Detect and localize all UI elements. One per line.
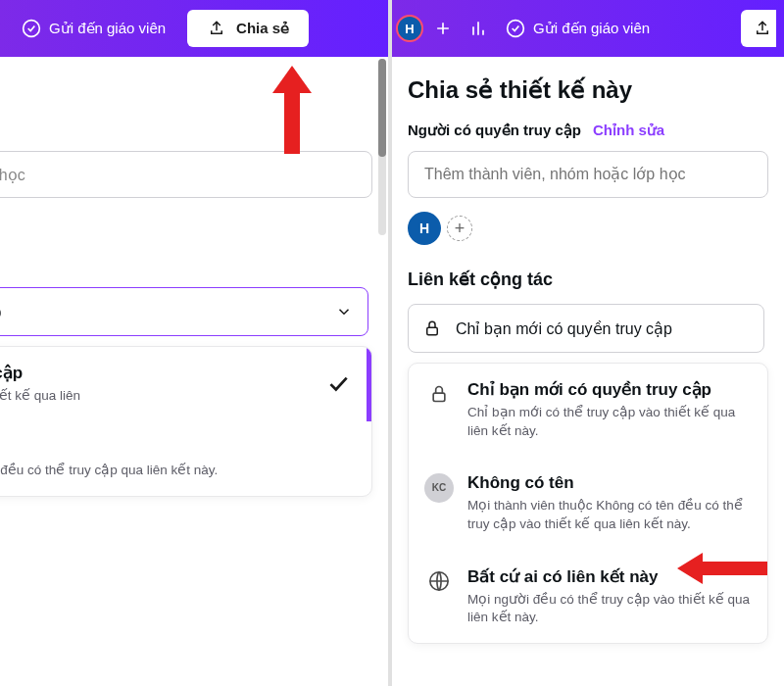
- panel-title: t kế này: [0, 76, 372, 104]
- collab-link-heading: c: [0, 253, 372, 273]
- option-desc: Mọi thành viên thuộc Không có tên đều có…: [467, 497, 752, 534]
- link-permission-dropdown: Chỉ bạn mới có quyền truy cập Chỉ bạn mớ…: [408, 363, 768, 644]
- team-badge-icon: KC: [424, 473, 454, 503]
- app-header-left: Gửi đến giáo viên Chia sẻ: [0, 0, 388, 57]
- permission-option-anyone-link[interactable]: Bất cứ ai có liên kết này Mọi người đều …: [409, 550, 767, 644]
- share-button-cut[interactable]: [741, 10, 776, 47]
- chevron-down-icon: [334, 302, 354, 321]
- share-button[interactable]: Chia sẻ: [187, 10, 309, 47]
- access-permission-link[interactable]: Chỉnh sửa: [593, 122, 664, 139]
- link-permission-select[interactable]: Chỉ bạn mới có quyền truy cập: [408, 304, 764, 353]
- annotation-arrow-up: [272, 66, 312, 154]
- option-desc: Mọi người đều có thể truy cập vào thiết …: [467, 591, 752, 628]
- link-permission-dropdown: ới có quyền truy cập i có thể truy cập v…: [0, 346, 372, 497]
- user-avatar[interactable]: H: [396, 15, 423, 42]
- check-icon: [325, 370, 351, 400]
- panel-title: Chia sẻ thiết kế này: [408, 76, 768, 104]
- lock-icon: [422, 318, 442, 338]
- lock-icon: [424, 379, 454, 409]
- option-title: Không có tên: [467, 473, 752, 493]
- permission-option-only-you[interactable]: Chỉ bạn mới có quyền truy cập Chỉ bạn mớ…: [409, 364, 767, 457]
- svg-rect-3: [433, 393, 445, 401]
- member-avatar[interactable]: H: [408, 212, 441, 245]
- select-label: Chỉ bạn mới có quyền truy cập: [456, 319, 672, 338]
- option-title: Chỉ bạn mới có quyền truy cập: [467, 379, 752, 400]
- svg-rect-2: [427, 327, 438, 335]
- share-upload-icon: [753, 19, 772, 38]
- check-circle-icon: [22, 19, 41, 38]
- member-avatars: H +: [408, 212, 768, 245]
- add-user-button[interactable]: [431, 17, 455, 40]
- option-desc: Chỉ bạn mới có thể truy cập vào thiết kế…: [467, 404, 752, 441]
- permission-option-no-name[interactable]: tên iên thuộc Không có tên đều có thể tr…: [0, 421, 371, 496]
- send-teacher-button[interactable]: Gửi đến giáo viên: [8, 11, 179, 46]
- svg-point-0: [24, 21, 40, 37]
- add-people-input[interactable]: [408, 151, 768, 198]
- svg-point-1: [508, 21, 524, 37]
- access-label: Người có quyền truy cập: [408, 122, 581, 139]
- collab-link-heading: Liên kết cộng tác: [408, 269, 768, 290]
- analytics-icon[interactable]: [468, 19, 488, 38]
- access-row: n truy cập Chỉnh sửa: [0, 122, 372, 139]
- select-label: ới có quyền truy cập: [0, 303, 2, 321]
- annotation-arrow-left: [677, 553, 768, 584]
- option-title: ới có quyền truy cập: [0, 363, 351, 383]
- send-teacher-label: Gửi đến giáo viên: [49, 20, 166, 37]
- share-upload-icon: [207, 19, 226, 38]
- option-desc: iên thuộc Không có tên đều có thể truy c…: [0, 462, 356, 480]
- add-people-input[interactable]: [0, 151, 372, 198]
- permission-option-no-name[interactable]: KC Không có tên Mọi thành viên thuộc Khô…: [409, 457, 767, 550]
- share-label: Chia sẻ: [236, 20, 289, 37]
- permission-option-only-you[interactable]: ới có quyền truy cập i có thể truy cập v…: [0, 347, 371, 421]
- globe-icon: [424, 566, 454, 596]
- send-teacher-button[interactable]: Gửi đến giáo viên: [496, 11, 660, 46]
- send-teacher-label: Gửi đến giáo viên: [533, 20, 650, 37]
- add-member-button[interactable]: +: [447, 216, 472, 241]
- option-desc: i có thể truy cập vào thiết kế qua liên: [0, 387, 351, 406]
- app-header-right: H Gửi đến giáo viên: [392, 0, 784, 57]
- access-row: Người có quyền truy cập Chỉnh sửa: [408, 122, 768, 139]
- check-circle-icon: [506, 19, 525, 38]
- link-permission-select[interactable]: ới có quyền truy cập: [0, 287, 368, 336]
- option-title: tên: [0, 438, 356, 458]
